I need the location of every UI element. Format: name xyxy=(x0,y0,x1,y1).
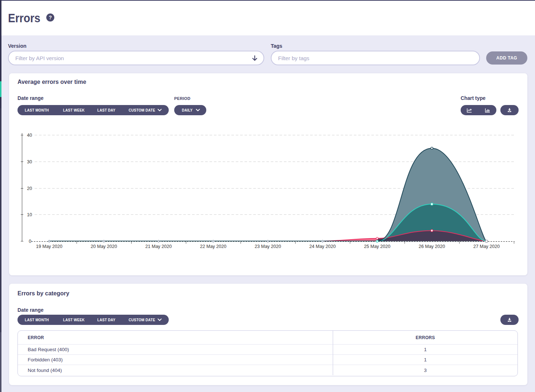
svg-text:40: 40 xyxy=(27,133,32,138)
svg-text:20: 20 xyxy=(27,186,32,191)
svg-text:24 May 2020: 24 May 2020 xyxy=(309,244,336,249)
svg-text:26 May 2020: 26 May 2020 xyxy=(419,244,445,249)
svg-text:0: 0 xyxy=(29,239,31,244)
svg-text:23 May 2020: 23 May 2020 xyxy=(255,244,281,249)
svg-text:10: 10 xyxy=(27,212,32,217)
svg-text:20 May 2020: 20 May 2020 xyxy=(91,244,117,249)
svg-text:25 May 2020: 25 May 2020 xyxy=(364,244,390,249)
svg-text:27 May 2020: 27 May 2020 xyxy=(473,244,500,249)
svg-text:30: 30 xyxy=(27,159,32,164)
svg-text:19 May 2020: 19 May 2020 xyxy=(36,244,62,249)
svg-text:21 May 2020: 21 May 2020 xyxy=(145,244,172,249)
svg-text:22 May 2020: 22 May 2020 xyxy=(200,244,226,249)
